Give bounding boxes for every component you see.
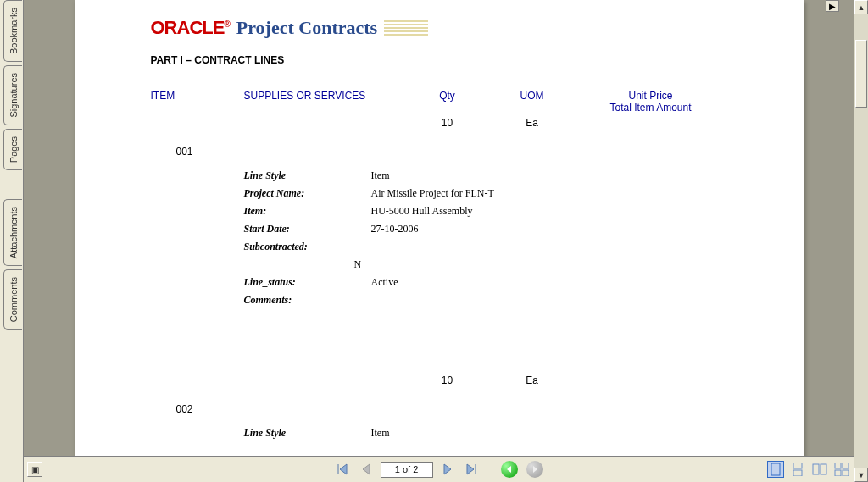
last-page-icon	[465, 463, 478, 476]
table-row: 10 Ea	[151, 117, 727, 129]
value-line-style: Item	[371, 427, 727, 440]
forward-view-button[interactable]	[526, 461, 543, 478]
last-page-button[interactable]	[462, 460, 481, 479]
value-line-style: Item	[371, 169, 727, 182]
label-line-status: Line_status:	[244, 276, 371, 289]
continuous-facing-icon	[834, 463, 849, 476]
label-project-name: Project Name:	[244, 187, 371, 200]
document-viewer: ▶ ORACLE® Project Contracts PART I – CON…	[24, 0, 854, 482]
facing-icon	[812, 463, 827, 476]
single-page-icon	[770, 463, 782, 476]
col-supplies: SUPPLIES OR SERVICES	[244, 90, 405, 114]
tab-attachments[interactable]: Attachments	[3, 199, 22, 266]
scroll-track[interactable]	[854, 14, 868, 468]
collapse-panel-icon[interactable]: ▣	[27, 462, 42, 477]
prev-page-icon	[360, 463, 372, 475]
arrow-right-icon	[531, 465, 539, 474]
line-block-001: 001 Line Style Item Project Name: Air Mi…	[151, 146, 727, 307]
svg-rect-0	[771, 463, 780, 475]
line-number: 002	[176, 403, 727, 415]
qty-value: 10	[405, 374, 490, 386]
document-scroll-area[interactable]: ORACLE® Project Contracts PART I – CONTR…	[24, 0, 854, 456]
single-page-view-button[interactable]	[767, 461, 784, 478]
label-comments: Comments:	[244, 294, 371, 307]
svg-rect-8	[843, 470, 849, 476]
col-item: ITEM	[151, 90, 244, 114]
value-line-status: Active	[371, 276, 727, 289]
next-page-icon	[442, 463, 453, 475]
header-decoration-icon	[384, 20, 428, 36]
col-price: Unit Price Total Item Amount	[575, 90, 727, 114]
value-comments	[371, 294, 727, 307]
next-page-button[interactable]	[438, 460, 457, 479]
first-page-button[interactable]	[333, 460, 352, 479]
side-tab-panel: Bookmarks Signatures Pages Attachments C…	[0, 0, 24, 482]
value-project-name: Air Missile Project for FLN-T	[371, 187, 727, 200]
tab-comments[interactable]: Comments	[3, 269, 22, 330]
svg-rect-2	[793, 470, 802, 476]
oracle-logo: ORACLE®	[151, 17, 230, 39]
tab-comments-label: Comments	[8, 277, 19, 322]
value-item: HU-5000 Hull Assembly	[371, 205, 727, 218]
line-block-002: 002 Line Style Item	[151, 403, 727, 440]
facing-view-button[interactable]	[811, 461, 828, 478]
tab-pages-label: Pages	[8, 136, 19, 163]
column-headers: ITEM SUPPLIES OR SERVICES Qty UOM Unit P…	[151, 90, 727, 114]
qty-value: 10	[405, 117, 490, 129]
label-subcontracted: Subcontracted:	[244, 241, 371, 253]
first-page-icon	[336, 463, 349, 476]
uom-value: Ea	[490, 117, 575, 129]
continuous-view-button[interactable]	[789, 461, 806, 478]
tab-bookmarks[interactable]: Bookmarks	[3, 0, 22, 62]
line-number: 001	[176, 146, 727, 158]
tab-signatures[interactable]: Signatures	[3, 65, 22, 125]
svg-rect-5	[835, 463, 841, 468]
svg-rect-4	[821, 464, 826, 474]
value-start-date: 27-10-2006	[371, 223, 727, 235]
tab-signatures-label: Signatures	[8, 73, 19, 118]
arrow-left-icon	[505, 465, 514, 474]
continuous-facing-view-button[interactable]	[833, 461, 850, 478]
label-line-style: Line Style	[244, 427, 371, 440]
label-start-date: Start Date:	[244, 223, 371, 235]
bottom-toolbar: ▣ 1 of 2	[24, 456, 854, 482]
part-title: PART I – CONTRACT LINES	[151, 54, 727, 66]
tab-attachments-label: Attachments	[8, 207, 19, 258]
document-header: ORACLE® Project Contracts	[151, 17, 727, 39]
label-item: Item:	[244, 205, 371, 218]
uom-value: Ea	[490, 374, 575, 386]
continuous-icon	[792, 463, 804, 476]
page-indicator[interactable]: 1 of 2	[381, 462, 433, 478]
scroll-up-icon[interactable]: ▲	[854, 0, 868, 14]
tab-bookmarks-label: Bookmarks	[8, 8, 19, 54]
svg-rect-6	[843, 463, 849, 468]
col-uom: UOM	[490, 90, 575, 114]
value-subcontracted: N	[354, 258, 727, 271]
document-page: ORACLE® Project Contracts PART I – CONTR…	[75, 0, 804, 456]
table-row: 10 Ea	[151, 374, 727, 386]
vertical-scrollbar[interactable]: ▲ ▼	[854, 0, 868, 482]
svg-rect-3	[813, 464, 819, 474]
col-qty: Qty	[405, 90, 490, 114]
tab-pages[interactable]: Pages	[3, 129, 22, 170]
svg-rect-1	[793, 463, 802, 468]
scroll-down-icon[interactable]: ▼	[854, 468, 868, 482]
scroll-right-arrow-icon[interactable]: ▶	[826, 0, 839, 12]
back-view-button[interactable]	[501, 461, 518, 478]
scroll-thumb[interactable]	[855, 40, 867, 108]
label-line-style: Line Style	[244, 169, 371, 182]
app-title: Project Contracts	[236, 17, 377, 39]
svg-rect-7	[835, 470, 841, 476]
prev-page-button[interactable]	[357, 460, 376, 479]
